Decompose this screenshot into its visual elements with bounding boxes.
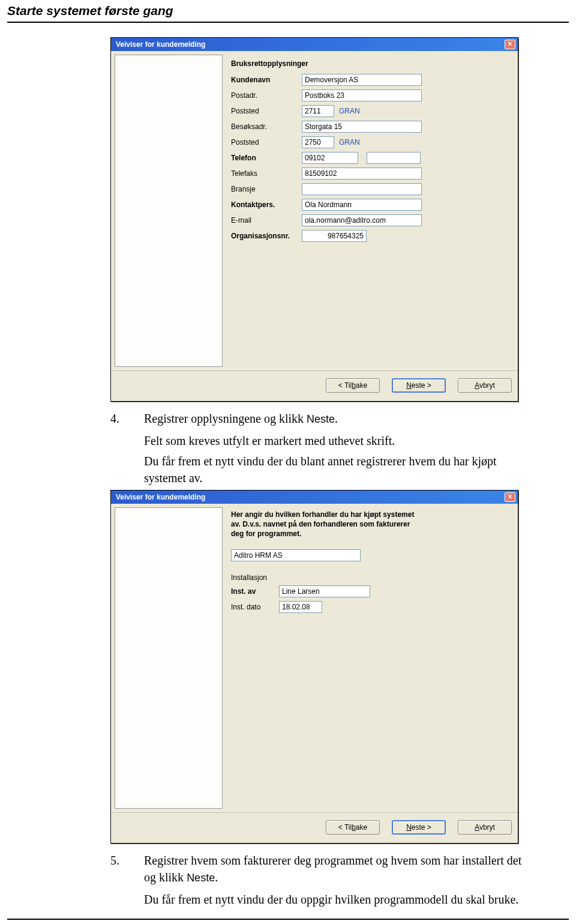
- wizard-image-panel: [115, 55, 223, 367]
- forhandler-input[interactable]: Aditro HRM AS: [231, 549, 361, 561]
- postnr2-input[interactable]: 2750: [302, 136, 334, 148]
- dialog-title: Veiviser for kundemelding: [116, 40, 205, 49]
- label-kontaktpers: Kontaktpers.: [231, 201, 302, 209]
- cancel-button[interactable]: Avbryt: [458, 820, 512, 835]
- bransje-input[interactable]: [302, 183, 422, 195]
- step-4-number: 4.: [110, 410, 144, 427]
- orgnr-input[interactable]: 987654325: [302, 230, 367, 242]
- step-4-text-c: .: [335, 412, 338, 425]
- close-icon[interactable]: ×: [505, 40, 515, 49]
- label-telefon: Telefon: [231, 154, 302, 162]
- step-5-neste: Neste: [187, 872, 215, 884]
- label-poststed2: Poststed: [231, 138, 302, 146]
- label-telefaks: Telefaks: [231, 169, 302, 178]
- back-button[interactable]: < Tilbake: [326, 820, 380, 835]
- label-orgnr: Organisasjonsnr.: [231, 232, 302, 240]
- label-installasjon: Installasjon: [231, 573, 267, 582]
- besoksadr-input[interactable]: Storgata 15: [302, 121, 422, 133]
- page-footer: System 4 – Kom i gang -4- © Aditro HRM A…: [0, 921, 576, 924]
- step-4-neste: Neste: [307, 413, 335, 425]
- header-rule: [7, 22, 569, 23]
- dialog-kundemelding-1: Veiviser for kundemelding × Bruksrettopp…: [110, 37, 518, 402]
- email-input[interactable]: ola.normann@aditro.com: [302, 214, 422, 226]
- step-4-text-a: Registrer opplysningene og klikk: [144, 412, 307, 425]
- postadr-input[interactable]: Postboks 23: [302, 89, 422, 101]
- back-button[interactable]: < Tilbake: [326, 378, 380, 393]
- dialog2-info: Her angir du hvilken forhandler du har k…: [231, 510, 423, 539]
- poststed2-lookup[interactable]: GRAN: [339, 138, 360, 146]
- dialog-titlebar: Veiviser for kundemelding ×: [111, 38, 518, 51]
- page-title: Starte systemet første gang: [0, 0, 576, 19]
- label-installasjon-row: Installasjon: [231, 573, 509, 582]
- label-poststed1: Poststed: [231, 107, 302, 115]
- next-button[interactable]: Neste >: [392, 820, 446, 835]
- step-5-text-c: .: [215, 871, 218, 884]
- step-4-line3: Du får frem et nytt vindu der du blant a…: [144, 453, 533, 486]
- kontaktpers-input[interactable]: Ola Nordmann: [302, 199, 422, 211]
- instav-input[interactable]: Line Larsen: [279, 585, 370, 597]
- telefaks-input[interactable]: 81509102: [302, 168, 422, 180]
- poststed1-lookup[interactable]: GRAN: [339, 107, 360, 115]
- label-instdato: Inst. dato: [231, 603, 279, 611]
- close-icon[interactable]: ×: [505, 492, 515, 502]
- telefon-input[interactable]: 09102: [302, 152, 358, 164]
- step-4-line2: Felt som kreves utfylt er markert med ut…: [144, 432, 533, 449]
- telefon2-input[interactable]: [367, 152, 421, 164]
- dialog-titlebar: Veiviser for kundemelding ×: [111, 491, 518, 504]
- dialog-kundemelding-2: Veiviser for kundemelding × Her angir du…: [110, 490, 518, 844]
- step-5-line2: Du får frem et nytt vindu der du oppgir …: [144, 891, 533, 908]
- label-postadr: Postadr.: [231, 91, 302, 100]
- section-heading: Bruksrettopplysninger: [231, 59, 509, 68]
- step-5: 5. Registrer hvem som fakturerer deg pro…: [110, 852, 569, 886]
- label-email: E-mail: [231, 216, 302, 225]
- step-5-number: 5.: [110, 852, 144, 886]
- cancel-button[interactable]: Avbryt: [458, 378, 512, 393]
- wizard-image-panel: [115, 507, 223, 809]
- label-kundenavn: Kundenavn: [231, 76, 302, 84]
- label-instav: Inst. av: [231, 587, 279, 596]
- postnr1-input[interactable]: 2711: [302, 105, 334, 117]
- step-4: 4. Registrer opplysningene og klikk Nest…: [110, 410, 569, 427]
- instdato-input[interactable]: 18.02.08: [279, 601, 322, 613]
- label-besoksadr: Besøksadr.: [231, 122, 302, 131]
- dialog-title: Veiviser for kundemelding: [116, 493, 205, 501]
- next-button[interactable]: Neste >: [392, 378, 446, 393]
- footer-rule: [7, 919, 569, 920]
- kundenavn-input[interactable]: Demoversjon AS: [302, 74, 422, 86]
- label-bransje: Bransje: [231, 185, 302, 193]
